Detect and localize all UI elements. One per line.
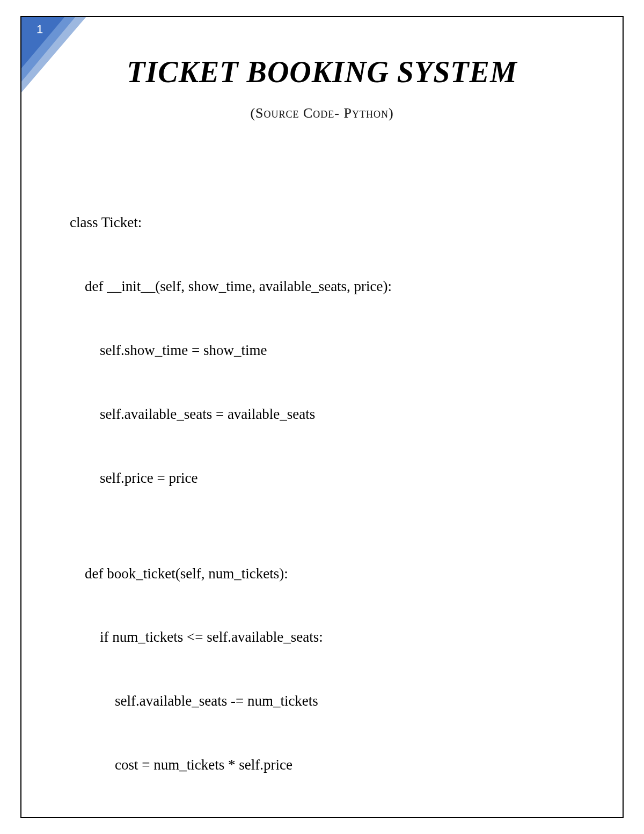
code-line: self.price = price (70, 462, 590, 494)
code-line: if num_tickets <= self.available_seats: (70, 621, 590, 653)
code-line: def book_ticket(self, num_tickets): (70, 558, 590, 590)
code-line: self.available_seats = available_seats (70, 398, 590, 430)
page-number: 1 (36, 23, 43, 37)
code-line: cost = num_tickets * self.price (70, 749, 590, 781)
source-code-block: class Ticket: def __init__(self, show_ti… (54, 175, 590, 818)
code-line: self.available_seats -= num_tickets (70, 685, 590, 717)
page-content: TICKET BOOKING SYSTEM (Source Code- Pyth… (21, 17, 623, 818)
code-line: self.show_time = show_time (70, 335, 590, 366)
code-line: def __init__(self, show_time, available_… (70, 271, 590, 302)
document-title: TICKET BOOKING SYSTEM (54, 55, 590, 89)
document-page: 1 TICKET BOOKING SYSTEM (Source Code- Py… (0, 0, 644, 834)
code-line: return f"Booked {num_tickets} ticket(s) … (70, 813, 590, 818)
page-border: 1 TICKET BOOKING SYSTEM (Source Code- Py… (20, 16, 624, 818)
code-line: class Ticket: (70, 207, 590, 238)
document-subtitle: (Source Code- Python) (54, 105, 590, 121)
